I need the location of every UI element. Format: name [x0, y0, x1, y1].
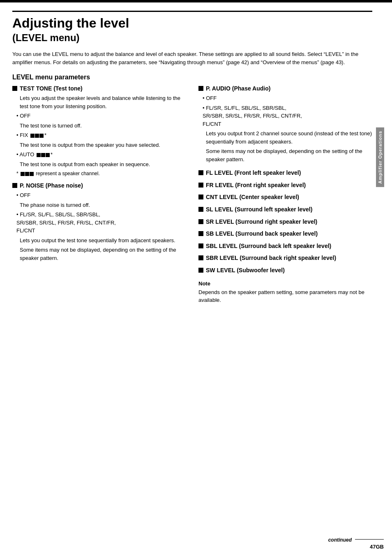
sr-level-square-icon [198, 219, 203, 224]
continued-line [355, 539, 384, 540]
phase-noise-channels: FL/SR, SL/FL, SBL/SL, SBR/SBL,SR/SBR, SR… [16, 211, 186, 235]
sbl-level-label: SBL LEVEL (Surround back left speaker le… [206, 242, 331, 250]
phase-noise-section: P. NOISE (Phase noise) OFF The phase noi… [12, 182, 186, 262]
level-menu-params-heading: LEVEL menu parameters [12, 74, 372, 81]
note-text: Depends on the speaker pattern setting, … [198, 288, 372, 304]
fr-level-item: FR LEVEL (Front right speaker level) [198, 181, 372, 190]
test-tone-footnote: * represent a speaker channel. [16, 171, 186, 176]
page-subtitle: (LEVEL menu) [12, 32, 372, 44]
phase-audio-channels: FL/SR, SL/FL, SBL/SL, SBR/SBL,SR/SBR, SR… [203, 104, 372, 128]
sw-level-item: SW LEVEL (Subwoofer level) [198, 266, 372, 275]
test-tone-off-subtext: The test tone is turned off. [20, 122, 186, 130]
fix-squares-icon [30, 134, 44, 138]
sb-level-item: SB LEVEL (Surround back speaker level) [198, 230, 372, 238]
sbr-level-item: SBR LEVEL (Surround back right speaker l… [198, 254, 372, 262]
level-params-list: FL LEVEL (Front left speaker level) FR L… [198, 169, 372, 274]
sbl-level-square-icon [198, 243, 203, 248]
phase-noise-off-subtext: The phase noise is turned off. [20, 201, 186, 209]
test-tone-fix-subtext: The test tone is output from the speaker… [20, 141, 186, 149]
phase-audio-square-icon [198, 86, 203, 91]
sbr-level-label: SBR LEVEL (Surround back right speaker l… [206, 254, 336, 262]
sw-level-label: SW LEVEL (Subwoofer level) [206, 266, 285, 275]
footer-area: continued 47GB [328, 537, 384, 550]
note-section: Note Depends on the speaker pattern sett… [198, 280, 372, 304]
main-content: Adjusting the level (LEVEL menu) You can… [12, 11, 376, 304]
phase-audio-section: P. AUDIO (Phase Audio) OFF FL/SR, SL/FL,… [198, 85, 372, 163]
phase-noise-subtext1: Lets you output the test tone sequential… [20, 236, 186, 245]
page-number: 47GB [370, 544, 384, 550]
phase-audio-heading: P. AUDIO (Phase Audio) [198, 85, 372, 92]
phase-noise-off: OFF [16, 191, 186, 199]
test-tone-description: Lets you adjust the speaker levels and b… [20, 94, 186, 110]
sbr-level-square-icon [198, 255, 203, 260]
phase-noise-square-icon [12, 183, 17, 188]
sl-level-square-icon [198, 207, 203, 212]
cnt-level-label: CNT LEVEL (Center speaker level) [206, 193, 299, 202]
right-column: P. AUDIO (Phase Audio) OFF FL/SR, SL/FL,… [198, 85, 372, 304]
sl-level-label: SL LEVEL (Surround left speaker level) [206, 206, 312, 214]
fl-level-square-icon [198, 170, 203, 175]
fr-level-square-icon [198, 183, 203, 188]
fl-level-label: FL LEVEL (Front left speaker level) [206, 169, 301, 177]
sidebar-label: Amplifier Operations [376, 127, 384, 187]
test-tone-section: TEST TONE (Test tone) Lets you adjust th… [12, 85, 186, 176]
cnt-level-square-icon [198, 195, 203, 199]
page-title: Adjusting the level [12, 11, 372, 30]
note-heading: Note [198, 280, 372, 287]
footnote-squares-icon [21, 172, 34, 176]
sbl-level-item: SBL LEVEL (Surround back left speaker le… [198, 242, 372, 250]
page-container: Adjusting the level (LEVEL menu) You can… [0, 0, 392, 556]
fl-level-item: FL LEVEL (Front left speaker level) [198, 169, 372, 177]
sb-level-label: SB LEVEL (Surround back speaker level) [206, 230, 318, 238]
continued-text: continued [328, 537, 352, 543]
phase-noise-subtext2: Some items may not be displayed, dependi… [20, 246, 186, 262]
test-tone-square-icon [12, 86, 17, 91]
test-tone-heading: TEST TONE (Test tone) [12, 85, 186, 92]
phase-audio-subtext2: Some items may not be displayed, dependi… [206, 147, 372, 163]
right-sidebar: Amplifier Operations [376, 11, 384, 304]
two-col-layout: TEST TONE (Test tone) Lets you adjust th… [12, 85, 372, 304]
intro-text: You can use the LEVEL menu to adjust the… [12, 50, 372, 66]
test-tone-fix: FIX * [16, 131, 186, 139]
test-tone-auto: AUTO * [16, 151, 186, 159]
sr-level-item: SR LEVEL (Surround right speaker level) [198, 218, 372, 226]
left-column: TEST TONE (Test tone) Lets you adjust th… [12, 85, 186, 304]
sw-level-square-icon [198, 268, 203, 273]
fr-level-label: FR LEVEL (Front right speaker level) [206, 181, 306, 190]
test-tone-auto-subtext: The test tone is output from each speake… [20, 160, 186, 169]
cnt-level-item: CNT LEVEL (Center speaker level) [198, 193, 372, 202]
sb-level-square-icon [198, 231, 203, 236]
auto-squares-icon [37, 153, 50, 157]
phase-noise-heading: P. NOISE (Phase noise) [12, 182, 186, 189]
sl-level-item: SL LEVEL (Surround left speaker level) [198, 206, 372, 214]
phase-audio-off: OFF [203, 94, 372, 102]
test-tone-off: OFF [16, 112, 186, 120]
phase-audio-subtext1: Lets you output front 2 channel source s… [206, 130, 372, 146]
content-area: Adjusting the level (LEVEL menu) You can… [0, 2, 392, 313]
sr-level-label: SR LEVEL (Surround right speaker level) [206, 218, 317, 226]
